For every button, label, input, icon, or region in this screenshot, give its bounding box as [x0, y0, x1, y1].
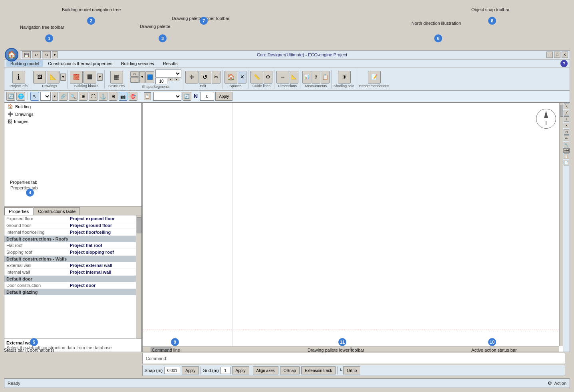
- extension-track-btn[interactable]: Extension track: [301, 366, 336, 374]
- select-mode-dropdown[interactable]: All: [40, 92, 51, 101]
- grid-apply-btn[interactable]: Apply: [232, 366, 249, 374]
- shading-btn[interactable]: ☀: [338, 71, 351, 84]
- zoom-in-btn[interactable]: ⊕: [79, 92, 87, 101]
- tree-item-drawings[interactable]: ➕ Drawings: [4, 110, 141, 118]
- scroll-thumb[interactable]: [137, 217, 141, 233]
- meas-btn1[interactable]: 📊: [302, 71, 311, 84]
- redo-btn[interactable]: ↪: [42, 51, 51, 58]
- canvas-scrollbar-h[interactable]: [143, 346, 559, 352]
- edit-section: ✛ ↺ ✂ Edit: [184, 70, 222, 89]
- snap-label: Snap (m): [145, 368, 163, 373]
- building-blocks-dropdown[interactable]: ▼: [97, 74, 103, 81]
- tab-constructions[interactable]: Constructions table: [34, 207, 80, 215]
- spaces-btn2[interactable]: ✕: [238, 71, 246, 84]
- tree-item-images[interactable]: 🖼 Images: [4, 118, 141, 125]
- select-dropdown-arrow[interactable]: ▼: [52, 92, 58, 101]
- recommend-btn[interactable]: 📝: [368, 71, 381, 84]
- app-icon[interactable]: 🏠: [5, 48, 18, 62]
- snap-settings-btn[interactable]: 🔧: [564, 142, 569, 147]
- snap-vertical-btn[interactable]: ↕: [564, 116, 569, 122]
- spaces-btn1[interactable]: 🏠: [224, 71, 237, 84]
- move-btn[interactable]: ✛: [185, 71, 198, 84]
- number-input[interactable]: [155, 78, 167, 84]
- guide-btn2[interactable]: ⚙: [264, 71, 272, 84]
- snap-edit-btn[interactable]: ✏: [564, 135, 569, 141]
- select-tool[interactable]: ↖: [30, 92, 39, 101]
- dropdown-arrow[interactable]: ▼: [52, 51, 58, 58]
- circle-2: 2: [87, 17, 95, 25]
- apply-north-btn[interactable]: Apply: [215, 92, 232, 101]
- menu-results[interactable]: Results: [159, 60, 182, 67]
- snap-x-btn[interactable]: ✕: [564, 123, 569, 128]
- canvas-segment-line: [232, 103, 233, 346]
- building-blocks-section: 🧱 ⬛ ▼ Building blocks: [68, 70, 105, 89]
- cut-btn[interactable]: ✂: [212, 71, 220, 84]
- refresh-view-btn[interactable]: 🔄: [183, 92, 191, 101]
- nav-tree-refresh-btn[interactable]: 🔄: [6, 92, 15, 101]
- ortho-btn[interactable]: Ortho: [343, 366, 360, 374]
- canvas-scroll-thumb-h[interactable]: [151, 347, 171, 352]
- canvas-drawing-area[interactable]: [143, 103, 559, 346]
- undo-btn[interactable]: ↩: [32, 51, 41, 58]
- mirror-btn[interactable]: ⊟: [109, 92, 117, 101]
- snap-circle-btn[interactable]: ⊙: [564, 129, 569, 135]
- snap-mid-label[interactable]: mid: [563, 148, 570, 153]
- plan-dropdown[interactable]: Plan: [153, 92, 181, 101]
- help-btn[interactable]: ?: [560, 60, 568, 67]
- north-angle-input[interactable]: [200, 92, 214, 101]
- osnap-btn[interactable]: OSnap: [280, 366, 300, 374]
- canvas-area[interactable]: [142, 102, 565, 352]
- snap-tool[interactable]: 🔗: [59, 92, 68, 101]
- scrollbar-vertical[interactable]: [136, 215, 141, 338]
- shape-segments-section: ▭ ─ ▼ 🟦 Polyline ▲ ▼ Shape/Segments: [129, 69, 183, 90]
- align-axes-btn[interactable]: Align axes: [253, 366, 278, 374]
- polyline-dropdown[interactable]: Polyline: [155, 70, 181, 78]
- nav-tree-expand-btn[interactable]: 🌐: [16, 92, 25, 101]
- save-btn[interactable]: 💾: [22, 51, 31, 58]
- drawings-dropdown[interactable]: ▼: [60, 74, 66, 81]
- grid-value-input[interactable]: [220, 367, 230, 374]
- fullscreen-btn[interactable]: ⛶: [89, 92, 97, 101]
- tab-properties[interactable]: Properties: [4, 207, 33, 215]
- structures-btn[interactable]: ▦: [110, 71, 123, 84]
- shape-btn3-dropdown[interactable]: ▼: [139, 71, 145, 83]
- meas-btn2[interactable]: ?: [312, 71, 320, 84]
- camera-btn[interactable]: 📷: [119, 92, 127, 101]
- drawings-btn1[interactable]: 🖼: [33, 71, 46, 84]
- north-lock-btn[interactable]: ⚓: [99, 92, 107, 101]
- north-indicator: [536, 109, 558, 131]
- snap-apply-btn[interactable]: Apply: [182, 366, 199, 374]
- snap-copy-btn2[interactable]: 📄: [564, 160, 569, 165]
- snap-copy-btn1[interactable]: 📋: [564, 153, 569, 159]
- guide-btn1[interactable]: 📏: [250, 71, 263, 84]
- snap-arrow-btn[interactable]: ╲: [564, 103, 569, 109]
- dec-btn[interactable]: ▼: [174, 78, 179, 81]
- shape-btn4[interactable]: 🟦: [145, 71, 154, 83]
- drawings-btn2[interactable]: 📐: [47, 71, 60, 84]
- dim-btn1[interactable]: ↔: [276, 71, 289, 84]
- building-blocks-btn2[interactable]: ⬛: [83, 71, 96, 84]
- table-row: Door construction Project door: [4, 282, 141, 289]
- meas-btn3[interactable]: 📋: [321, 71, 330, 84]
- rotate-btn[interactable]: ↺: [199, 71, 211, 84]
- building-blocks-btn1[interactable]: 🧱: [70, 71, 83, 84]
- maximize-btn[interactable]: □: [554, 52, 560, 58]
- dim-btn2[interactable]: 📐: [290, 71, 298, 84]
- menu-services[interactable]: Building services: [117, 60, 158, 67]
- zoom-extents-btn[interactable]: 🔍: [69, 92, 77, 101]
- project-info-btn[interactable]: ℹ: [12, 71, 25, 84]
- inc-btn[interactable]: ▲: [168, 78, 173, 81]
- shape-btn2[interactable]: ─: [130, 77, 139, 83]
- snap-value-input[interactable]: [164, 367, 180, 374]
- snap-diagonal-btn[interactable]: ╱: [564, 110, 569, 115]
- command-input[interactable]: [169, 356, 562, 361]
- properties-content: Exposed floor Project exposed floor Grou…: [4, 215, 141, 338]
- target-btn[interactable]: 🎯: [129, 92, 137, 101]
- minimize-btn[interactable]: ─: [546, 52, 553, 58]
- tree-item-building[interactable]: 🏠 Building: [4, 103, 141, 110]
- shape-btn1[interactable]: ▭: [130, 71, 139, 77]
- selection-description: Select the default construction data fro…: [6, 345, 139, 350]
- menu-thermal[interactable]: Construction's thermal properties: [44, 60, 116, 67]
- close-btn[interactable]: ✕: [562, 52, 568, 58]
- ortho-icon: └: [339, 368, 342, 373]
